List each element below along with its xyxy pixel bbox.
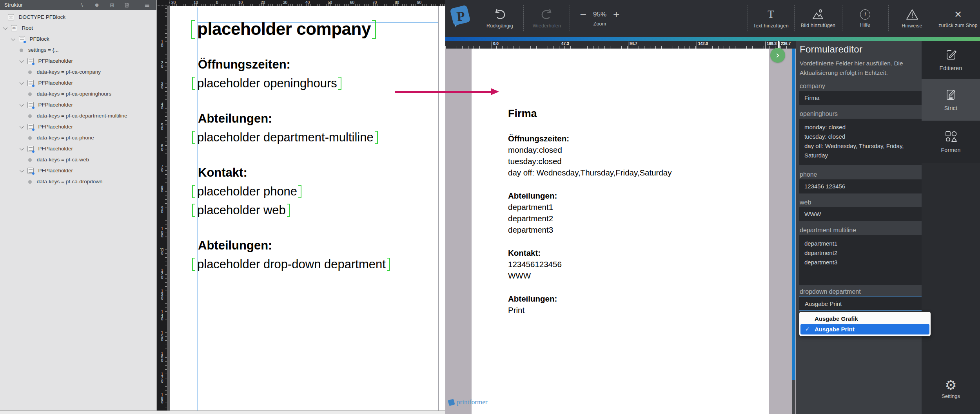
text-tool-icon: T xyxy=(768,8,774,20)
toolbar-divider xyxy=(748,5,748,31)
tree-item-doctype[interactable]: DOCTYPE PFBlock xyxy=(0,12,156,23)
tree-label: data-keys = pf-ca-phone xyxy=(37,135,94,141)
chevron-down-icon[interactable] xyxy=(11,36,15,41)
field-label-department-multiline: department multiline xyxy=(800,227,856,234)
tree-item-pfblock[interactable]: PFBlock xyxy=(0,34,156,45)
tab-formen[interactable]: Formen xyxy=(922,121,980,163)
edit-pencil-icon xyxy=(945,49,957,61)
tree-item-datakeys[interactable]: data-keys = pf-ca-web xyxy=(0,154,156,165)
tree-item-datakeys[interactable]: data-keys = pf-ca-phone xyxy=(0,132,156,143)
tree-item-pfplaceholder[interactable]: PFPlaceholder xyxy=(0,78,156,89)
collapse-panel-button[interactable]: › xyxy=(770,48,785,63)
canvas-section: Abteilungen: placeholder drop-down depar… xyxy=(198,236,390,274)
tree-label: PFPlaceholder xyxy=(38,168,73,174)
tree-item-pfplaceholder[interactable]: PFPlaceholder xyxy=(0,165,156,176)
tree-item-settings-attr[interactable]: settings = {... xyxy=(0,45,156,56)
tree-label: data-keys = pf-ca-company xyxy=(37,69,101,75)
document-canvas[interactable]: placeholder company Öffnungszeiten: plac… xyxy=(170,6,445,410)
shapes-icon xyxy=(944,130,958,143)
add-image-button[interactable]: Bild hinzufügen xyxy=(795,0,841,37)
tree-item-datakeys[interactable]: data-keys = pf-ca-department-multiline xyxy=(0,110,156,121)
tree-item-datakeys[interactable]: data-keys = pf-ca-company xyxy=(0,67,156,78)
record-icon[interactable]: ● xyxy=(93,1,101,9)
back-to-shop-button[interactable]: ✕ zurück zum Shop xyxy=(936,0,980,37)
field-label-phone: phone xyxy=(800,171,817,178)
tree-label: data-keys = pf-ca-department-multiline xyxy=(37,113,127,119)
printformer-editor: P Rückgängig Wiederholen xyxy=(445,0,980,414)
tree-item-datakeys[interactable]: data-keys = pf-ca-openinghours xyxy=(0,89,156,99)
zoom-out-button[interactable]: − xyxy=(580,11,587,18)
phone-field[interactable]: 123456 123456 xyxy=(799,179,931,193)
chevron-down-icon[interactable] xyxy=(20,124,24,128)
preview-line: day off: Wednesday,Thursday,Friday,Satur… xyxy=(508,167,671,178)
validate-lightning-icon[interactable]: ϟ xyxy=(78,1,86,9)
section-heading: Abteilungen: xyxy=(198,236,390,255)
element-icon xyxy=(27,80,34,86)
tree-item-root[interactable]: <> Root xyxy=(0,23,156,34)
trash-icon[interactable] xyxy=(122,1,131,9)
preview-section: Kontakt: 123456123456 WWW xyxy=(508,247,671,281)
settings-button[interactable]: ⚙ Settings xyxy=(922,378,980,399)
undo-button[interactable]: Rückgängig xyxy=(478,0,521,37)
horizontal-scrollbar-strip[interactable] xyxy=(0,410,445,414)
dropdown-option-print[interactable]: ✓ Ausgabe Print xyxy=(800,324,929,334)
tree-label: Root xyxy=(22,25,33,31)
printformer-logo-small-icon xyxy=(448,399,455,406)
openinghours-field[interactable]: monday: closed tuesday: closed day off: … xyxy=(799,119,931,165)
toolbar-divider xyxy=(476,5,476,31)
tab-editieren[interactable]: Editieren xyxy=(922,41,980,79)
frame-bracket-left xyxy=(192,204,195,217)
department-multiline-field[interactable]: department1 department2 department3 xyxy=(799,235,931,285)
preview-scrollbar-thumb[interactable] xyxy=(792,49,795,380)
tree-item-datakeys[interactable]: data-keys = pf-ca-dropdown xyxy=(0,176,156,187)
chevron-down-icon[interactable] xyxy=(20,58,24,63)
panel-menu-icon[interactable]: ≡ xyxy=(143,1,151,9)
tree-item-pfplaceholder[interactable]: PFPlaceholder xyxy=(0,121,156,132)
web-field[interactable]: WWW xyxy=(799,207,931,221)
preview-section: Abteilungen: department1 department2 dep… xyxy=(508,190,671,235)
document-preview[interactable]: Firma Öffnungszeiten: monday:closed tues… xyxy=(445,49,796,414)
canvas-section: Kontakt: placeholder phone placeholder w… xyxy=(198,163,390,220)
company-field[interactable]: Firma xyxy=(799,91,931,105)
check-icon: ✓ xyxy=(805,324,810,334)
preview-line: Print xyxy=(508,304,671,316)
help-button[interactable]: i Hilfe xyxy=(843,0,887,37)
placeholder-text-frames: placeholder company Öffnungszeiten: plac… xyxy=(198,19,390,290)
dropdown-option-grafik[interactable]: Ausgabe Grafik xyxy=(800,313,929,324)
frame-bracket-right xyxy=(375,131,378,144)
field-label-dropdown-department: dropdown department xyxy=(800,288,861,295)
frame-bracket-left xyxy=(192,185,195,198)
tree-item-pfplaceholder[interactable]: PFPlaceholder xyxy=(0,56,156,67)
chevron-down-icon[interactable] xyxy=(20,80,24,85)
tree-label: data-keys = pf-ca-openinghours xyxy=(37,91,111,97)
frame-bracket-right xyxy=(298,185,301,198)
preview-scrollbar-track[interactable] xyxy=(792,49,795,414)
chevron-down-icon[interactable] xyxy=(20,146,24,150)
zoom-value: 95% xyxy=(593,11,606,18)
preview-section: Abteilungen: Print xyxy=(508,293,671,316)
attribute-bullet-icon xyxy=(28,114,32,118)
canvas-section: Abteilungen: placeholder department-mult… xyxy=(198,109,390,147)
chevron-down-icon[interactable] xyxy=(20,168,24,172)
panel-title: Struktur xyxy=(4,2,23,8)
attribute-bullet-icon xyxy=(28,71,32,74)
progress-gradient-bar xyxy=(445,37,980,41)
warning-triangle-icon xyxy=(906,9,919,20)
add-element-icon[interactable]: ⊞ xyxy=(108,1,116,9)
notices-button[interactable]: Hinweise xyxy=(889,0,935,37)
element-icon xyxy=(27,168,34,174)
page-edge-line xyxy=(438,6,439,410)
dropdown-department-select[interactable]: Ausgabe Print xyxy=(799,296,931,311)
tree-label: PFPlaceholder xyxy=(38,146,73,152)
redo-button[interactable]: Wiederholen xyxy=(524,0,569,37)
chevron-down-icon[interactable] xyxy=(20,102,24,107)
zoom-in-button[interactable]: + xyxy=(613,11,620,18)
doctype-icon xyxy=(8,14,14,20)
tree-label: PFPlaceholder xyxy=(38,102,73,108)
tab-strict[interactable]: Strict xyxy=(922,79,980,121)
chevron-down-icon[interactable] xyxy=(3,25,7,30)
tree-item-pfplaceholder[interactable]: PFPlaceholder xyxy=(0,143,156,154)
tree-item-pfplaceholder[interactable]: PFPlaceholder xyxy=(0,99,156,110)
structure-panel-header: Struktur ϟ ● ⊞ ≡ xyxy=(0,0,156,10)
add-text-button[interactable]: T Text hinzufügen xyxy=(749,0,793,37)
